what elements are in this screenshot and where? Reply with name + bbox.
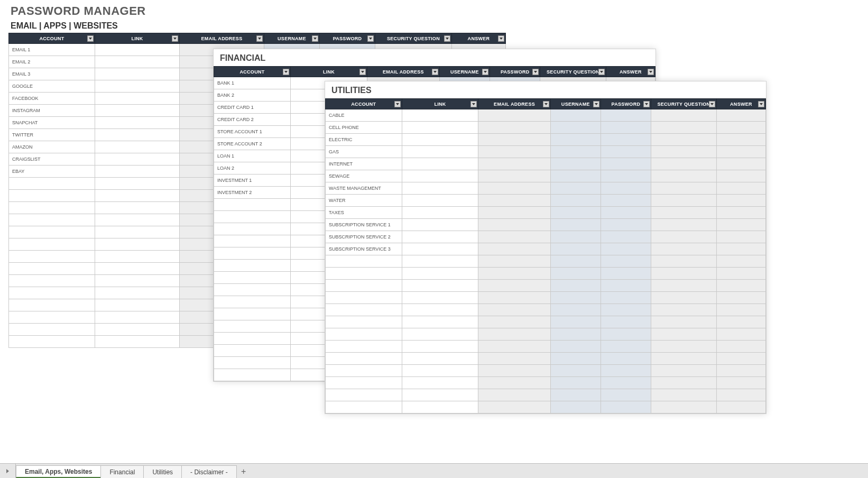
cell[interactable] bbox=[402, 158, 478, 170]
cell[interactable] bbox=[9, 324, 95, 336]
cell[interactable] bbox=[402, 365, 478, 377]
cell[interactable] bbox=[478, 158, 550, 170]
cell[interactable] bbox=[601, 255, 651, 268]
cell[interactable] bbox=[95, 153, 180, 166]
cell[interactable] bbox=[651, 280, 716, 292]
add-sheet-button[interactable]: + bbox=[236, 465, 251, 478]
cell[interactable] bbox=[651, 377, 716, 389]
cell[interactable]: WATER bbox=[326, 195, 402, 207]
cell[interactable] bbox=[95, 56, 180, 68]
cell[interactable] bbox=[601, 401, 651, 413]
cell[interactable] bbox=[478, 268, 550, 280]
cell[interactable] bbox=[9, 311, 95, 324]
filter-dropdown-icon[interactable] bbox=[758, 101, 764, 107]
cell[interactable] bbox=[601, 243, 651, 255]
cell[interactable] bbox=[214, 320, 291, 333]
cell[interactable] bbox=[601, 389, 651, 401]
cell[interactable]: INVESTMENT 1 bbox=[214, 174, 291, 187]
filter-dropdown-icon[interactable] bbox=[482, 69, 488, 75]
cell[interactable] bbox=[95, 129, 180, 141]
cell[interactable] bbox=[651, 304, 716, 316]
cell[interactable] bbox=[214, 272, 291, 284]
cell[interactable] bbox=[478, 109, 550, 122]
cell[interactable] bbox=[402, 280, 478, 292]
cell[interactable]: SNAPCHAT bbox=[9, 117, 95, 129]
cell[interactable] bbox=[402, 292, 478, 304]
cell[interactable] bbox=[9, 190, 95, 202]
cell[interactable] bbox=[651, 182, 716, 195]
cell[interactable] bbox=[95, 202, 180, 214]
cell[interactable] bbox=[716, 389, 765, 401]
cell[interactable]: BANK 2 bbox=[214, 89, 291, 102]
cell[interactable] bbox=[326, 328, 402, 341]
cell[interactable] bbox=[550, 109, 601, 122]
cell[interactable] bbox=[478, 353, 550, 365]
cell[interactable] bbox=[402, 316, 478, 328]
cell[interactable] bbox=[550, 292, 601, 304]
cell[interactable] bbox=[716, 377, 765, 389]
cell[interactable] bbox=[95, 93, 180, 105]
cell[interactable] bbox=[95, 214, 180, 226]
cell[interactable] bbox=[402, 109, 478, 122]
cell[interactable] bbox=[95, 251, 180, 263]
cell[interactable] bbox=[478, 328, 550, 341]
cell[interactable] bbox=[716, 328, 765, 341]
cell[interactable] bbox=[601, 207, 651, 219]
cell[interactable] bbox=[478, 280, 550, 292]
cell[interactable]: SUBSCRIPTION SERVICE 2 bbox=[326, 231, 402, 243]
cell[interactable] bbox=[214, 357, 291, 369]
cell[interactable] bbox=[326, 401, 402, 413]
cell[interactable] bbox=[716, 122, 765, 134]
cell[interactable] bbox=[550, 268, 601, 280]
cell[interactable] bbox=[651, 328, 716, 341]
cell[interactable] bbox=[9, 202, 95, 214]
cell[interactable] bbox=[402, 170, 478, 182]
tab-utilities[interactable]: Utilities bbox=[143, 465, 182, 478]
cell[interactable] bbox=[478, 207, 550, 219]
cell[interactable] bbox=[9, 336, 95, 348]
cell[interactable] bbox=[478, 377, 550, 389]
cell[interactable] bbox=[95, 68, 180, 80]
cell[interactable] bbox=[716, 268, 765, 280]
filter-dropdown-icon[interactable] bbox=[498, 35, 504, 42]
cell[interactable] bbox=[601, 292, 651, 304]
cell[interactable] bbox=[716, 170, 765, 182]
cell[interactable] bbox=[326, 353, 402, 365]
cell[interactable] bbox=[95, 178, 180, 190]
cell[interactable] bbox=[550, 316, 601, 328]
cell[interactable] bbox=[214, 260, 291, 272]
cell[interactable] bbox=[402, 219, 478, 231]
cell[interactable] bbox=[95, 80, 180, 93]
cell[interactable] bbox=[9, 287, 95, 299]
cell[interactable] bbox=[716, 316, 765, 328]
cell[interactable] bbox=[95, 226, 180, 238]
cell[interactable] bbox=[402, 122, 478, 134]
cell[interactable] bbox=[651, 207, 716, 219]
cell[interactable] bbox=[402, 182, 478, 195]
cell[interactable]: EMAIL 3 bbox=[9, 68, 95, 80]
cell[interactable] bbox=[478, 341, 550, 353]
cell[interactable] bbox=[550, 280, 601, 292]
cell[interactable]: ELECTRIC bbox=[326, 134, 402, 146]
cell[interactable] bbox=[550, 195, 601, 207]
cell[interactable] bbox=[478, 292, 550, 304]
cell[interactable] bbox=[716, 207, 765, 219]
cell[interactable] bbox=[402, 243, 478, 255]
cell[interactable]: CRAIGSLIST bbox=[9, 153, 95, 166]
cell[interactable] bbox=[95, 166, 180, 178]
cell[interactable] bbox=[326, 280, 402, 292]
cell[interactable] bbox=[95, 299, 180, 311]
cell[interactable] bbox=[214, 284, 291, 296]
cell[interactable] bbox=[478, 316, 550, 328]
filter-dropdown-icon[interactable] bbox=[593, 101, 599, 107]
cell[interactable] bbox=[326, 268, 402, 280]
filter-dropdown-icon[interactable] bbox=[709, 101, 715, 107]
cell[interactable] bbox=[402, 255, 478, 268]
cell[interactable] bbox=[716, 353, 765, 365]
cell[interactable] bbox=[326, 365, 402, 377]
cell[interactable]: STORE ACCOUNT 1 bbox=[214, 126, 291, 138]
cell[interactable] bbox=[601, 122, 651, 134]
tab-nav-arrow[interactable] bbox=[0, 464, 16, 478]
cell[interactable] bbox=[478, 182, 550, 195]
filter-dropdown-icon[interactable] bbox=[643, 101, 650, 107]
